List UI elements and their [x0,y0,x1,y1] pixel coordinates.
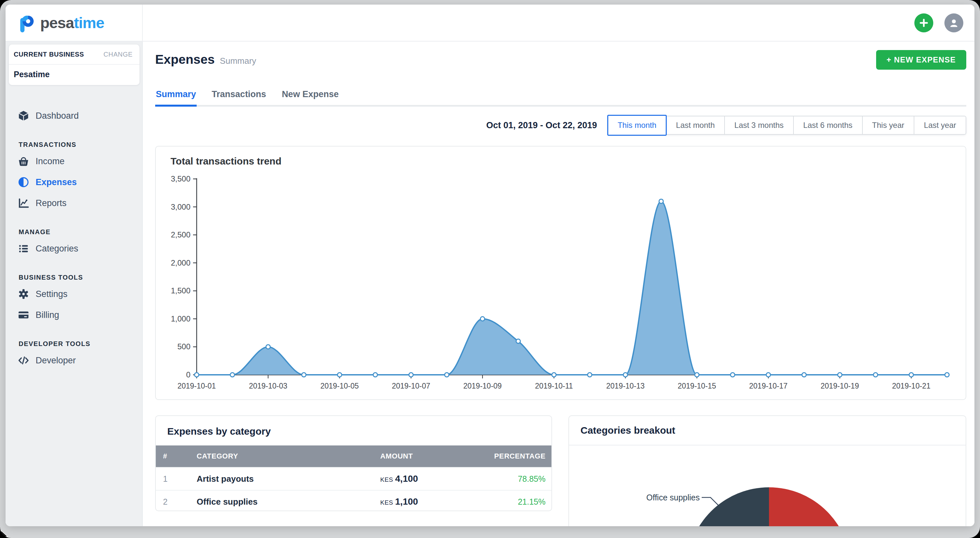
basket-icon [18,156,29,167]
tab-new-expense[interactable]: New Expense [281,87,339,105]
filter-this-year[interactable]: This year [863,116,915,135]
row-percentage: 21.15% [488,490,551,511]
sidebar: CURRENT BUSINESS CHANGE Pesatime Dashboa… [6,41,143,526]
table-row[interactable]: 1Artist payoutsKES4,10078.85% [156,467,551,490]
desktop-background: pesatime CURRENT BUSINESS CHANGE [0,0,980,538]
trend-chart-card: Total transactions trend 3,5003,0002,500… [155,146,966,400]
sidebar-section-header: TRANSACTIONS [19,141,142,148]
page-title: Expenses [155,52,215,66]
filter-last-6-months[interactable]: Last 6 months [794,116,863,135]
sidebar-item-categories[interactable]: Categories [6,238,142,259]
sidebar-item-reports[interactable]: Reports [6,193,142,214]
gear-icon [18,289,29,300]
list-icon [18,243,29,254]
logo[interactable]: pesatime [6,5,143,41]
svg-text:3,000: 3,000 [171,203,191,211]
credit-card-icon [18,310,29,321]
sidebar-item-dashboard[interactable]: Dashboard [6,105,142,126]
column-header-index: # [156,445,196,467]
filter-last-year[interactable]: Last year [914,116,966,135]
svg-text:2019-10-07: 2019-10-07 [392,382,430,390]
table-row[interactable]: 2Office suppliesKES1,10021.15% [156,490,551,511]
current-business-label: CURRENT BUSINESS [14,51,84,58]
sidebar-item-billing[interactable]: Billing [6,305,142,326]
sidebar-item-label: Income [36,156,65,166]
sidebar-item-developer[interactable]: Developer [6,350,142,371]
sidebar-item-label: Categories [36,244,78,254]
pesatime-logo-icon [19,13,36,33]
row-percentage: 78.85% [488,467,551,490]
expenses-table-card: Expenses by category #CATEGORYAMOUNTPERC… [155,415,552,511]
expenses-table-header-row: #CATEGORYAMOUNTPERCENTAGE [156,445,551,467]
column-header-percentage: PERCENTAGE [488,445,551,467]
svg-text:2019-10-11: 2019-10-11 [535,382,573,390]
cube-icon [18,110,29,121]
sidebar-item-label: Expenses [36,177,77,187]
mouse-cursor [0,530,10,538]
app-window: pesatime CURRENT BUSINESS CHANGE [6,5,974,526]
filter-this-month[interactable]: This month [607,115,667,136]
date-filter-group: This monthLast monthLast 3 monthsLast 6 … [608,116,966,135]
topbar-actions [914,5,963,41]
logo-text-prefix: pesa [40,14,74,31]
add-button[interactable] [914,13,933,32]
tab-bar: SummaryTransactionsNew Expense [155,87,966,107]
topbar: pesatime [6,5,974,42]
categories-breakout-card: Categories breakout Office supplies [568,415,966,526]
svg-text:2019-10-21: 2019-10-21 [892,382,931,390]
sidebar-item-income[interactable]: Income [6,151,142,172]
sidebar-section-header: MANAGE [19,228,142,235]
current-business-card: CURRENT BUSINESS CHANGE Pesatime [9,45,140,85]
filter-last-3-months[interactable]: Last 3 months [725,116,794,135]
row-amount: KES1,100 [380,490,488,511]
breakout-title: Categories breakout [581,425,675,436]
business-name: Pesatime [9,65,140,79]
logo-text-suffix: time [74,14,104,31]
page-header: ExpensesSummary + NEW EXPENSE [155,52,966,75]
date-filter-row: Oct 01, 2019 - Oct 22, 2019 This monthLa… [486,115,966,136]
categories-pie-chart[interactable] [687,487,851,526]
half-circle-icon [18,177,29,188]
plus-icon [919,18,929,28]
sidebar-item-expenses[interactable]: Expenses [6,172,142,193]
sidebar-item-label: Reports [36,198,67,208]
sidebar-section-header: BUSINESS TOOLS [19,274,142,281]
svg-text:2019-10-01: 2019-10-01 [177,382,216,390]
sidebar-nav: DashboardTRANSACTIONSIncomeExpensesRepor… [6,85,142,526]
sidebar-item-label: Developer [36,356,76,366]
row-category: Office supplies [196,490,380,511]
logo-text: pesatime [40,14,104,32]
row-index: 2 [156,490,196,511]
avatar-button[interactable] [944,13,963,32]
svg-text:2019-10-13: 2019-10-13 [606,382,645,390]
tab-summary[interactable]: Summary [155,87,197,105]
change-business-link[interactable]: CHANGE [103,51,133,58]
new-expense-button[interactable]: + NEW EXPENSE [876,50,966,70]
svg-text:1,500: 1,500 [171,286,191,295]
svg-text:2,000: 2,000 [171,259,191,267]
expenses-table: #CATEGORYAMOUNTPERCENTAGE 1Artist payout… [156,445,551,511]
row-index: 1 [156,467,196,490]
svg-text:3,500: 3,500 [171,174,191,183]
svg-text:2019-10-03: 2019-10-03 [249,382,288,390]
svg-text:2,500: 2,500 [171,230,191,239]
svg-text:500: 500 [177,342,191,351]
filter-last-month[interactable]: Last month [667,116,725,135]
column-header-category: CATEGORY [196,445,380,467]
column-header-amount: AMOUNT [380,445,488,467]
screenshot-stage: pesatime CURRENT BUSINESS CHANGE [0,0,980,538]
chart-line-icon [18,198,29,209]
svg-text:1,000: 1,000 [171,314,191,323]
svg-text:0: 0 [186,370,191,379]
code-icon [18,355,29,366]
svg-text:2019-10-17: 2019-10-17 [749,382,788,390]
sidebar-item-label: Billing [36,310,59,320]
svg-text:2019-10-15: 2019-10-15 [678,382,716,390]
sidebar-section-header: DEVELOPER TOOLS [19,340,142,347]
svg-text:2019-10-09: 2019-10-09 [463,382,502,390]
trend-chart[interactable]: 3,5003,0002,5002,0001,5001,00050002019-1… [156,147,966,399]
sidebar-item-settings[interactable]: Settings [6,284,142,305]
tab-transactions[interactable]: Transactions [211,87,267,105]
page-subtitle: Summary [220,56,256,66]
date-range-label: Oct 01, 2019 - Oct 22, 2019 [486,120,597,131]
